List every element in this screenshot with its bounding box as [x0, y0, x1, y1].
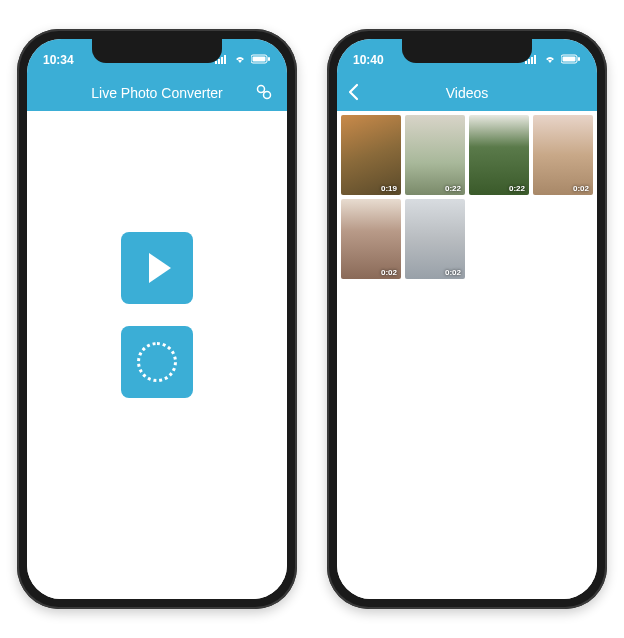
- svg-point-8: [264, 92, 271, 99]
- video-duration: 0:22: [445, 184, 461, 193]
- nav-title: Videos: [446, 85, 489, 101]
- video-duration: 0:22: [509, 184, 525, 193]
- live-photo-icon: [137, 342, 177, 382]
- video-grid: 0:19 0:22 0:22 0:02 0:02: [337, 111, 597, 283]
- thumbnail-image: [533, 115, 593, 195]
- thumbnail-image: [341, 115, 401, 195]
- screen-2: 10:40 Videos: [337, 39, 597, 599]
- live-photo-button[interactable]: [121, 326, 193, 398]
- svg-point-7: [258, 86, 265, 93]
- thumbnail-image: [405, 199, 465, 279]
- video-duration: 0:02: [381, 268, 397, 277]
- settings-icon[interactable]: [255, 83, 275, 103]
- battery-icon: [251, 53, 271, 67]
- video-thumbnail[interactable]: 0:22: [469, 115, 529, 195]
- videos-content: 0:19 0:22 0:22 0:02 0:02: [337, 111, 597, 599]
- svg-rect-10: [528, 59, 530, 64]
- thumbnail-image: [405, 115, 465, 195]
- svg-rect-2: [221, 57, 223, 64]
- thumbnail-image: [469, 115, 529, 195]
- svg-rect-5: [253, 57, 266, 62]
- screen-1: 10:34 Live Photo Converter: [27, 39, 287, 599]
- svg-rect-0: [215, 61, 217, 64]
- video-thumbnail[interactable]: 0:02: [533, 115, 593, 195]
- back-button[interactable]: [347, 83, 367, 103]
- svg-rect-3: [224, 55, 226, 64]
- video-duration: 0:02: [445, 268, 461, 277]
- video-thumbnail[interactable]: 0:02: [341, 199, 401, 279]
- status-time: 10:34: [43, 53, 74, 67]
- home-content: [27, 111, 287, 599]
- video-thumbnail[interactable]: 0:19: [341, 115, 401, 195]
- battery-icon: [561, 53, 581, 67]
- wifi-icon: [543, 53, 557, 67]
- status-time: 10:40: [353, 53, 384, 67]
- play-button[interactable]: [121, 232, 193, 304]
- action-buttons: [27, 111, 287, 559]
- video-thumbnail[interactable]: 0:02: [405, 199, 465, 279]
- nav-title: Live Photo Converter: [91, 85, 223, 101]
- notch: [92, 39, 222, 63]
- svg-rect-1: [218, 59, 220, 64]
- phone-mockup-2: 10:40 Videos: [327, 29, 607, 609]
- wifi-icon: [233, 53, 247, 67]
- svg-rect-12: [534, 55, 536, 64]
- video-thumbnail[interactable]: 0:22: [405, 115, 465, 195]
- svg-rect-9: [525, 61, 527, 64]
- notch: [402, 39, 532, 63]
- play-icon: [149, 253, 171, 283]
- phone-mockup-1: 10:34 Live Photo Converter: [17, 29, 297, 609]
- svg-rect-15: [578, 57, 580, 61]
- svg-rect-11: [531, 57, 533, 64]
- nav-bar: Live Photo Converter: [27, 75, 287, 111]
- thumbnail-image: [341, 199, 401, 279]
- svg-rect-14: [563, 57, 576, 62]
- nav-bar: Videos: [337, 75, 597, 111]
- status-indicators: [215, 53, 271, 67]
- svg-rect-6: [268, 57, 270, 61]
- status-indicators: [525, 53, 581, 67]
- video-duration: 0:02: [573, 184, 589, 193]
- video-duration: 0:19: [381, 184, 397, 193]
